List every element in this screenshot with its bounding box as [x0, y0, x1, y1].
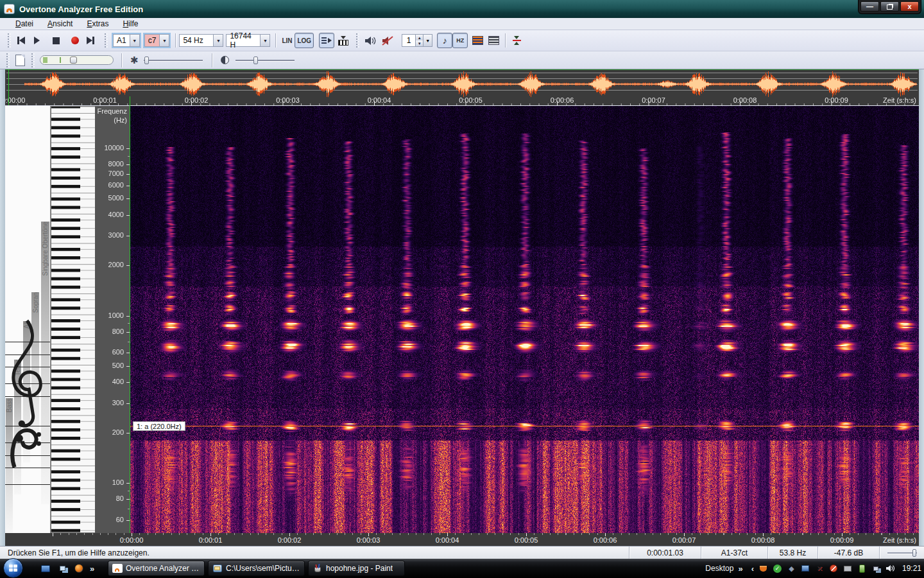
minimize-button[interactable]: — — [860, 1, 879, 12]
brightness-slider[interactable] — [144, 60, 203, 61]
chevron-down-icon[interactable]: ▼ — [130, 35, 139, 46]
show-keyboard-button[interactable] — [336, 33, 351, 48]
marker-220hz-line[interactable] — [130, 426, 919, 426]
taskbar-right: Desktop » ‹ ✓ ◆ ✕ 19:21 — [705, 564, 921, 574]
toolbar-grip[interactable] — [105, 33, 108, 48]
spectrogram-canvas[interactable] — [130, 106, 919, 533]
layout-button[interactable] — [319, 33, 334, 48]
time-label: 0:00:09 — [825, 96, 848, 104]
spectrum-icon — [472, 36, 483, 45]
note-high-combo[interactable]: c7 ▼ — [144, 34, 170, 47]
menu-extras[interactable]: Extras — [80, 19, 115, 29]
stop-button[interactable] — [48, 33, 64, 48]
log-scale-button[interactable]: LOG — [295, 33, 314, 48]
record-icon — [71, 37, 79, 44]
chevron-down-icon[interactable]: ▼ — [159, 35, 169, 46]
volume-icon[interactable] — [886, 564, 895, 574]
toolbar-grip[interactable] — [6, 53, 10, 67]
power-icon[interactable] — [857, 564, 867, 574]
security-check-icon[interactable]: ✓ — [773, 564, 782, 574]
status-slider-thumb[interactable] — [912, 549, 916, 557]
freq-high-combo[interactable]: 16744 H ▼ — [226, 34, 270, 47]
piano-keyboard[interactable] — [50, 106, 96, 533]
restore-button[interactable] — [880, 1, 899, 12]
spinner-buttons[interactable]: ▲▼ — [415, 35, 423, 46]
toolbar-grip[interactable] — [356, 33, 359, 48]
contrast-slider[interactable] — [235, 60, 295, 61]
freq-tick-label: 800 — [112, 328, 124, 335]
freq-axis-unit: (Hz) — [114, 116, 127, 124]
freq-tick-label: 10000 — [104, 144, 124, 152]
windows-logo-icon — [9, 565, 17, 572]
note-low-combo[interactable]: A1 ▼ — [113, 34, 140, 47]
bass-clef-icon — [9, 424, 42, 477]
desktop-toolbar-label[interactable]: Desktop — [705, 564, 733, 573]
display-settings-icon[interactable] — [801, 564, 810, 574]
start-button[interactable] — [3, 558, 23, 578]
speaker-icon — [364, 36, 377, 46]
network-icon[interactable] — [871, 564, 881, 574]
marker-tooltip: 1: a (220.0Hz) — [133, 421, 185, 431]
switch-windows-icon[interactable] — [56, 563, 68, 574]
play-button[interactable] — [29, 33, 44, 48]
note-display-button[interactable]: ♪ — [437, 33, 452, 48]
freq-high-value: 16744 H — [227, 35, 260, 46]
freq-tick-label: 80 — [116, 495, 124, 502]
menu-datei[interactable]: Datei — [9, 19, 40, 29]
blocked-icon[interactable] — [829, 564, 839, 574]
octave-spinner[interactable]: 1 ▲▼ — [402, 34, 424, 47]
new-file-button[interactable] — [12, 53, 28, 68]
freq-tick-label: 100 — [112, 478, 124, 486]
chevron-down-icon[interactable]: ▼ — [424, 34, 432, 47]
playhead-line — [130, 96, 130, 533]
treble-clef-icon — [5, 318, 45, 430]
time-label: 0:00:02 — [278, 536, 302, 544]
chevron-down-icon[interactable]: ▼ — [260, 35, 270, 46]
monitor-icon[interactable] — [843, 564, 853, 574]
mute-button[interactable] — [379, 33, 397, 48]
task-overtone-analyzer[interactable]: Overtone Analyzer F... — [108, 561, 205, 576]
task-paint[interactable]: hopohne.jpg - Paint — [308, 561, 405, 576]
menu-ansicht[interactable]: Ansicht — [41, 19, 79, 29]
time-label: 0:00:06 — [594, 536, 617, 544]
package-icon[interactable]: ◆ — [787, 564, 796, 574]
freq-tick-label: 1000 — [108, 311, 124, 319]
input-tools-icon[interactable]: ✕ — [815, 564, 825, 574]
linear-scale-button[interactable]: LIN — [279, 33, 295, 48]
collapse-range-button[interactable] — [509, 33, 524, 48]
lines-view-button[interactable] — [486, 33, 502, 48]
time-label: 0:00:03 — [357, 536, 381, 544]
show-desktop-icon[interactable] — [40, 563, 51, 574]
quick-launch: » — [40, 563, 94, 574]
freq-low-combo[interactable]: 54 Hz ▼ — [179, 34, 223, 47]
status-zoom-slider[interactable] — [879, 547, 924, 559]
skip-start-button[interactable] — [13, 33, 29, 48]
hz-display-button[interactable]: HZ — [452, 33, 468, 48]
freq-tick-label: 200 — [112, 428, 124, 436]
brightness-thumb[interactable] — [144, 57, 149, 64]
zoom-slider-thumb[interactable] — [70, 57, 77, 64]
contrast-thumb[interactable] — [253, 57, 258, 64]
volume-button[interactable] — [362, 33, 379, 48]
freq-tick-label: 5000 — [108, 194, 124, 202]
toolbar-view: ✱ — [0, 51, 924, 69]
toolbar-grip[interactable] — [31, 53, 35, 67]
app-logo-icon — [4, 4, 15, 14]
freq-axis-title: Frequenz — [98, 107, 127, 115]
speaker-muted-icon — [382, 36, 394, 46]
toolbar-grip[interactable] — [8, 33, 11, 48]
zoom-slider[interactable] — [40, 55, 114, 65]
task-explorer[interactable]: C:\Users\sem\Pictur... — [208, 561, 305, 576]
tray-expand-icon[interactable]: ‹ — [751, 564, 754, 574]
menu-hilfe[interactable]: Hilfe — [116, 19, 144, 29]
close-button[interactable]: x — [900, 1, 919, 12]
piano-arrow-icon — [338, 36, 348, 46]
java-icon[interactable] — [758, 564, 768, 574]
media-player-icon[interactable] — [73, 563, 85, 574]
record-button[interactable] — [67, 33, 83, 48]
quick-launch-overflow-icon[interactable]: » — [90, 564, 94, 574]
desktop-overflow-icon[interactable]: » — [738, 564, 742, 574]
skip-end-button[interactable] — [83, 33, 98, 48]
spectrum-view-button[interactable] — [470, 33, 486, 48]
chevron-down-icon[interactable]: ▼ — [213, 35, 223, 46]
